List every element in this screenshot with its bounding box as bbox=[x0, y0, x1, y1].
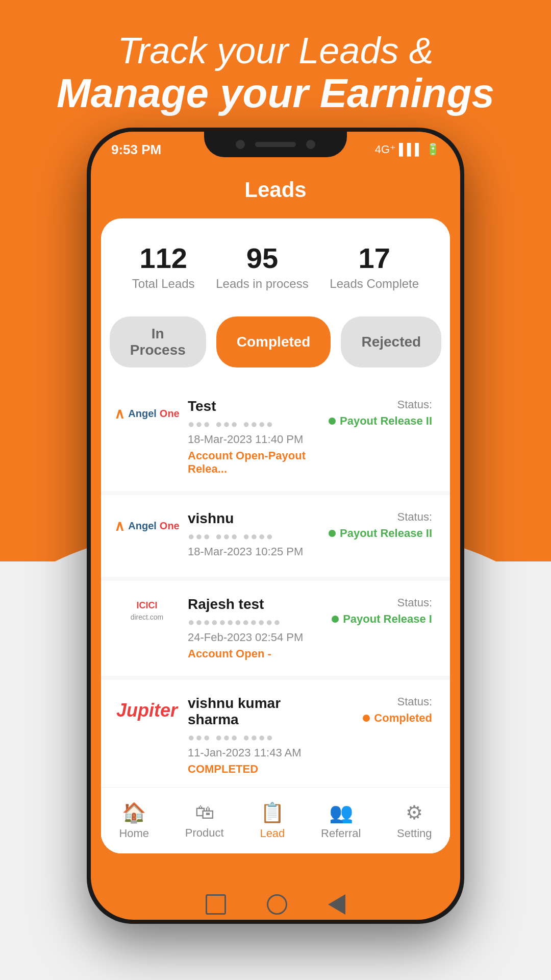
android-home-button[interactable] bbox=[267, 894, 287, 915]
lead-logo-icici: ICICI direct.com bbox=[119, 596, 175, 627]
lead-info-4: vishnu kumar sharma ●●● ●●● ●●●● 11-Jan-… bbox=[188, 695, 328, 776]
stat-in-process-number: 95 bbox=[216, 244, 308, 273]
lead-icon: 📋 bbox=[260, 801, 284, 824]
lead-substatus-1: Account Open-Payout Relea... bbox=[188, 449, 316, 476]
status-value-1: Payout Release II bbox=[329, 414, 432, 428]
nav-lead-label: Lead bbox=[260, 827, 285, 840]
angel-name-text: Angel bbox=[128, 408, 157, 420]
nav-setting-label: Setting bbox=[397, 827, 432, 840]
nav-setting[interactable]: ⚙ Setting bbox=[397, 801, 432, 840]
nav-product[interactable]: 🛍 Product bbox=[185, 801, 224, 840]
lead-item[interactable]: ∧ AngelOne vishnu ●●● ●●● ●●●● 18-Mar-20… bbox=[101, 495, 450, 577]
phone-frame: 9:53 PM 4G⁺ ▌▌▌ 🔋 Leads 112 Total Leads bbox=[87, 128, 464, 924]
stat-in-process-label: Leads in process bbox=[216, 277, 308, 291]
status-label-3: Status: bbox=[332, 596, 432, 609]
lead-list: ∧ AngelOne Test ●●● ●●● ●●●● 18-Mar-2023… bbox=[101, 383, 450, 853]
lead-status-1: Status: Payout Release II bbox=[329, 398, 432, 428]
nav-product-label: Product bbox=[185, 826, 224, 840]
lead-status-3: Status: Payout Release I bbox=[332, 596, 432, 626]
android-recent-button[interactable] bbox=[206, 894, 226, 915]
status-value-4: Completed bbox=[340, 712, 432, 725]
stat-total-label: Total Leads bbox=[132, 277, 195, 291]
lead-info-2: vishnu ●●● ●●● ●●●● 18-Mar-2023 10:25 PM bbox=[188, 510, 316, 561]
lead-logo-jupiter: Jupiter bbox=[119, 695, 175, 726]
lead-name-1: Test bbox=[188, 398, 316, 414]
header-line1: Track your Leads & bbox=[0, 31, 551, 71]
lead-info-1: Test ●●● ●●● ●●●● 18-Mar-2023 11:40 PM A… bbox=[188, 398, 316, 476]
lead-date-2: 18-Mar-2023 10:25 PM bbox=[188, 545, 316, 558]
header-section: Track your Leads & Manage your Earnings bbox=[0, 31, 551, 116]
stat-total: 112 Total Leads bbox=[132, 244, 195, 291]
stat-total-number: 112 bbox=[132, 244, 195, 273]
nav-home-label: Home bbox=[119, 827, 149, 840]
status-text-2: Payout Release II bbox=[340, 527, 432, 540]
lead-substatus-3: Account Open - bbox=[188, 647, 319, 660]
angel-one-text: One bbox=[160, 408, 180, 420]
stat-in-process: 95 Leads in process bbox=[216, 244, 308, 291]
icici-direct-logo: ICICI direct.com bbox=[131, 600, 164, 622]
stat-complete: 17 Leads Complete bbox=[330, 244, 419, 291]
stat-complete-label: Leads Complete bbox=[330, 277, 419, 291]
jupiter-logo: Jupiter bbox=[116, 700, 178, 721]
status-dot-3 bbox=[332, 616, 339, 623]
lead-item[interactable]: ICICI direct.com Rajesh test ●●●●●●●●●●●… bbox=[101, 581, 450, 676]
status-dot-4 bbox=[363, 715, 370, 722]
lead-name-3: Rajesh test bbox=[188, 596, 319, 612]
status-text-4: Completed bbox=[374, 712, 432, 725]
lead-name-2: vishnu bbox=[188, 510, 316, 527]
lead-logo-angel: ∧ AngelOne bbox=[119, 398, 175, 429]
tab-rejected[interactable]: Rejected bbox=[341, 316, 441, 368]
main-card: 112 Total Leads 95 Leads in process 17 L… bbox=[101, 218, 450, 853]
angel-one-logo-2: ∧ AngelOne bbox=[114, 518, 179, 534]
status-value-3: Payout Release I bbox=[332, 612, 432, 626]
signal-icon: 4G⁺ ▌▌▌ 🔋 bbox=[375, 143, 440, 156]
bottom-nav: 🏠 Home 🛍 Product 📋 Lead 👥 Referral ⚙ bbox=[101, 787, 450, 853]
header-line2: Manage your Earnings bbox=[0, 71, 551, 116]
status-dot-1 bbox=[329, 418, 336, 425]
status-value-2: Payout Release II bbox=[329, 527, 432, 540]
angel-one-text-2: One bbox=[160, 520, 180, 532]
lead-date-1: 18-Mar-2023 11:40 PM bbox=[188, 433, 316, 446]
lead-item[interactable]: Jupiter vishnu kumar sharma ●●● ●●● ●●●●… bbox=[101, 680, 450, 791]
lead-phone-3: ●●●●●●●●●●●● bbox=[188, 616, 319, 629]
tabs-row: In Process Completed Rejected bbox=[101, 306, 450, 383]
angel-name-text-2: Angel bbox=[128, 520, 157, 532]
angel-a-icon-2: ∧ bbox=[114, 518, 125, 534]
nav-referral[interactable]: 👥 Referral bbox=[321, 801, 361, 840]
angel-a-icon: ∧ bbox=[114, 405, 125, 422]
home-icon: 🏠 bbox=[122, 801, 146, 824]
lead-status-2: Status: Payout Release II bbox=[329, 510, 432, 540]
angel-one-logo: ∧ AngelOne bbox=[114, 405, 179, 422]
product-icon: 🛍 bbox=[195, 801, 214, 823]
android-back-button[interactable] bbox=[328, 894, 345, 915]
tab-completed[interactable]: Completed bbox=[216, 316, 331, 368]
setting-icon: ⚙ bbox=[406, 801, 423, 824]
phone-nav-bar bbox=[206, 894, 345, 915]
lead-info-3: Rajesh test ●●●●●●●●●●●● 24-Feb-2023 02:… bbox=[188, 596, 319, 660]
nav-lead[interactable]: 📋 Lead bbox=[260, 801, 285, 840]
lead-date-3: 24-Feb-2023 02:54 PM bbox=[188, 631, 319, 644]
lead-phone-1: ●●● ●●● ●●●● bbox=[188, 418, 316, 431]
lead-phone-2: ●●● ●●● ●●●● bbox=[188, 530, 316, 543]
lead-phone-4: ●●● ●●● ●●●● bbox=[188, 731, 328, 744]
status-dot-2 bbox=[329, 530, 336, 537]
lead-logo-angel2: ∧ AngelOne bbox=[119, 510, 175, 541]
screen-title: Leads bbox=[91, 167, 460, 212]
nav-home[interactable]: 🏠 Home bbox=[119, 801, 149, 840]
notch-speaker bbox=[255, 142, 296, 147]
stats-row: 112 Total Leads 95 Leads in process 17 L… bbox=[101, 218, 450, 306]
phone-screen: 9:53 PM 4G⁺ ▌▌▌ 🔋 Leads 112 Total Leads bbox=[91, 132, 460, 920]
status-icons: 4G⁺ ▌▌▌ 🔋 bbox=[375, 143, 440, 156]
lead-date-4: 11-Jan-2023 11:43 AM bbox=[188, 746, 328, 760]
stat-complete-number: 17 bbox=[330, 244, 419, 273]
lead-substatus-4: COMPLETED bbox=[188, 763, 328, 776]
lead-item[interactable]: ∧ AngelOne Test ●●● ●●● ●●●● 18-Mar-2023… bbox=[101, 383, 450, 491]
status-bar: 9:53 PM 4G⁺ ▌▌▌ 🔋 bbox=[91, 132, 460, 167]
status-label-4: Status: bbox=[340, 695, 432, 708]
tab-in-process[interactable]: In Process bbox=[110, 316, 206, 368]
status-text-1: Payout Release II bbox=[340, 414, 432, 428]
icici-text: ICICI bbox=[136, 600, 157, 610]
notch-camera bbox=[236, 140, 245, 149]
referral-icon: 👥 bbox=[329, 801, 353, 824]
notch bbox=[204, 132, 347, 157]
